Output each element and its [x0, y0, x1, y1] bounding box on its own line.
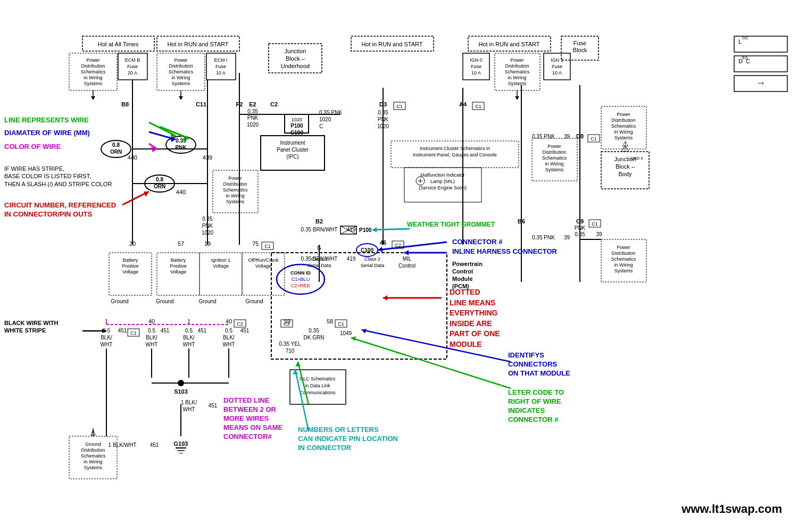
svg-text:0.35 YEL: 0.35 YEL — [279, 341, 301, 347]
svg-text:Power: Power — [617, 112, 630, 117]
diameter-of-wire-label: DIAMATER OF WIRE (MM) — [4, 129, 90, 138]
svg-text:Power: Power — [510, 57, 524, 63]
svg-text:IGN 1: IGN 1 — [551, 57, 563, 63]
svg-text:439: 439 — [203, 154, 212, 161]
svg-text:Hot in RUN and START: Hot in RUN and START — [361, 41, 422, 47]
svg-text:Panel Cluster: Panel Cluster — [277, 147, 309, 153]
wiring-diagram: Hot at All Times Hot in RUN and START Ho… — [0, 0, 798, 532]
svg-text:L: L — [738, 38, 742, 45]
svg-text:Ground: Ground — [85, 442, 101, 447]
svg-text:Instrument: Instrument — [280, 140, 305, 146]
svg-text:Distribution: Distribution — [169, 63, 193, 69]
inline-harness-label: INLINE HARNESS CONNECTOR — [452, 247, 557, 256]
svg-text:Fuse: Fuse — [127, 64, 138, 69]
svg-text:in Wiring: in Wiring — [545, 161, 563, 167]
svg-text:Distribution: Distribution — [223, 181, 247, 187]
svg-text:419: 419 — [347, 256, 356, 262]
svg-text:PNK: PNK — [247, 115, 259, 121]
svg-text:Power: Power — [86, 57, 100, 63]
svg-text:Lamp (MIL): Lamp (MIL) — [430, 179, 455, 184]
svg-text:451: 451 — [240, 328, 250, 334]
svg-text:in Wiring: in Wiring — [84, 459, 102, 464]
svg-text:451: 451 — [118, 328, 127, 334]
svg-text:0.35 BRN/WHT: 0.35 BRN/WHT — [301, 227, 338, 232]
svg-text:⚠: ⚠ — [621, 143, 629, 154]
svg-text:C: C — [319, 123, 323, 129]
svg-text:Class 2: Class 2 — [311, 256, 327, 262]
svg-text:C1: C1 — [338, 321, 344, 327]
svg-text:G: G — [317, 245, 321, 251]
color-of-wire-label: COLOR OF WIRE — [4, 143, 61, 152]
svg-text:Block: Block — [573, 47, 587, 53]
svg-text:0.8: 0.8 — [112, 142, 120, 148]
svg-text:20 A: 20 A — [128, 70, 137, 76]
svg-text:C1=BLU: C1=BLU — [292, 277, 310, 282]
svg-text:E2: E2 — [249, 101, 256, 107]
svg-text:40: 40 — [226, 318, 232, 325]
svg-text:Fuse: Fuse — [573, 40, 586, 46]
svg-text:Schematics: Schematics — [611, 123, 636, 129]
svg-text:C: C — [746, 58, 750, 64]
svg-text:Block –: Block – — [616, 163, 635, 170]
svg-text:MIL: MIL — [403, 256, 412, 262]
svg-text:Systems: Systems — [508, 81, 527, 86]
svg-text:20: 20 — [129, 240, 136, 247]
svg-text:0.35: 0.35 — [247, 109, 258, 114]
svg-text:BLK/: BLK/ — [101, 335, 112, 340]
svg-text:39: 39 — [564, 235, 570, 240]
svg-text:75: 75 — [252, 240, 259, 247]
svg-text:ECM B: ECM B — [125, 57, 140, 63]
svg-text:C2=RED: C2=RED — [291, 283, 310, 288]
svg-text:Systems: Systems — [172, 81, 190, 86]
svg-text:0.35: 0.35 — [575, 231, 585, 237]
svg-text:1: 1 — [187, 318, 190, 325]
svg-text:in Wiring: in Wiring — [614, 262, 633, 268]
svg-text:ECM I: ECM I — [214, 57, 227, 63]
svg-text:Systems: Systems — [84, 81, 103, 86]
svg-text:0.35: 0.35 — [309, 328, 319, 334]
svg-text:10 A: 10 A — [216, 70, 226, 76]
svg-text:BLK/: BLK/ — [183, 335, 195, 340]
svg-text:Instrument Cluster Schematics : Instrument Cluster Schematics in — [420, 146, 490, 151]
svg-text:G103: G103 — [174, 440, 188, 447]
svg-text:Ground: Ground — [111, 298, 128, 304]
svg-text:in Wiring: in Wiring — [508, 75, 526, 80]
svg-text:Schematics: Schematics — [223, 187, 248, 193]
svg-text:Hot in RUN and START: Hot in RUN and START — [478, 41, 539, 47]
svg-text:Systems: Systems — [614, 268, 633, 273]
svg-text:OBD II: OBD II — [630, 156, 643, 161]
svg-text:Power: Power — [617, 245, 630, 250]
svg-text:Ground: Ground — [198, 298, 216, 304]
svg-text:C1: C1 — [591, 136, 597, 142]
svg-text:in Wiring: in Wiring — [171, 75, 190, 80]
svg-text:Systems: Systems — [226, 199, 245, 204]
svg-text:C1: C1 — [264, 244, 271, 249]
svg-text:1020: 1020 — [202, 230, 214, 236]
svg-text:Distribution: Distribution — [81, 447, 105, 453]
svg-text:IGN 0: IGN 0 — [470, 57, 483, 63]
svg-text:1020: 1020 — [319, 117, 331, 122]
svg-text:BLK/: BLK/ — [223, 335, 235, 340]
svg-text:C2: C2 — [284, 321, 290, 327]
stripe-info-label: IF WIRE HAS STRIPE,BASE COLOR IS LISTED … — [4, 165, 112, 188]
svg-text:Malfunction Indicator: Malfunction Indicator — [420, 172, 464, 178]
svg-text:B2: B2 — [315, 218, 323, 225]
svg-text:C1: C1 — [475, 104, 481, 109]
svg-text:Distribution: Distribution — [505, 63, 529, 69]
svg-text:1049: 1049 — [340, 330, 352, 336]
svg-text:C1: C1 — [396, 104, 403, 109]
weather-tight-label: WEATHER TIGHT GROMMET — [407, 221, 495, 229]
svg-text:0.35 PNK: 0.35 PNK — [532, 235, 555, 240]
svg-text:B8: B8 — [121, 101, 129, 107]
svg-text:19: 19 — [204, 240, 211, 247]
svg-text:CONN ID: CONN ID — [290, 270, 311, 276]
svg-text:Systems: Systems — [84, 465, 103, 470]
svg-text:P100: P100 — [290, 123, 303, 129]
svg-text:C2: C2 — [270, 101, 278, 107]
svg-text:in Wiring: in Wiring — [226, 193, 244, 198]
svg-text:BLK/: BLK/ — [146, 335, 157, 340]
svg-text:C1: C1 — [130, 330, 137, 336]
svg-text:0.35: 0.35 — [202, 216, 213, 222]
svg-text:Voltage: Voltage — [213, 263, 229, 269]
svg-text:0.8: 0.8 — [156, 177, 163, 182]
